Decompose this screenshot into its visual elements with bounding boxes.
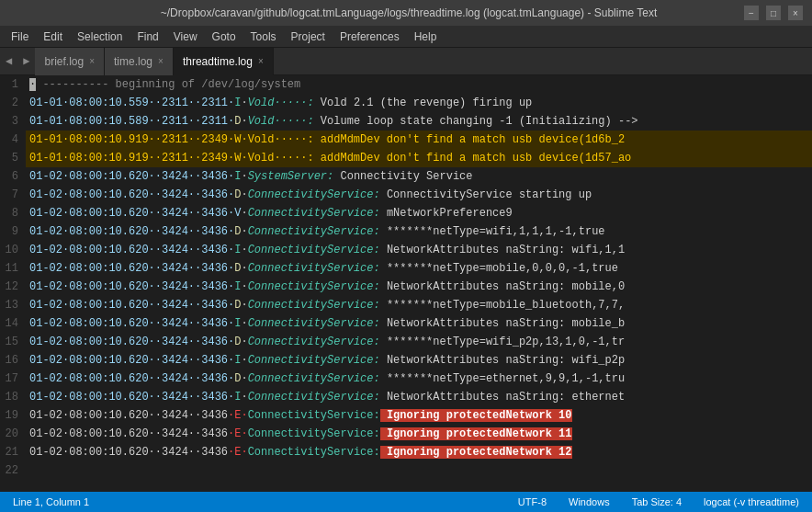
menu-item-edit[interactable]: Edit bbox=[36, 28, 70, 45]
table-row: 701-02·08:00:10.620··3424··3436·D·Connec… bbox=[0, 186, 812, 204]
table-row: 1301-02·08:00:10.620··3424··3436·D·Conne… bbox=[0, 296, 812, 314]
line-number: 3 bbox=[0, 112, 26, 131]
menu-item-goto[interactable]: Goto bbox=[205, 28, 243, 45]
table-row: 201-01·08:00:10.559··2311··2311·I·Vold··… bbox=[0, 94, 812, 112]
table-row: 801-02·08:00:10.620··3424··3436·V·Connec… bbox=[0, 204, 812, 222]
table-row: 501-01·08:00:10.919··2311··2349·W·Vold··… bbox=[0, 149, 812, 167]
table-row: 1801-02·08:00:10.620··3424··3436·I·Conne… bbox=[0, 388, 812, 406]
tab-label: time.log bbox=[114, 55, 152, 68]
tab-close-icon[interactable]: × bbox=[258, 56, 264, 66]
maximize-button[interactable]: □ bbox=[766, 6, 781, 20]
line-content[interactable]: 01-02·08:00:10.620··3424··3436·E·Connect… bbox=[26, 425, 812, 443]
line-number: 20 bbox=[0, 425, 26, 443]
line-content[interactable]: 01-02·08:00:10.620··3424··3436·D·Connect… bbox=[26, 333, 812, 351]
line-content[interactable]: 01-02·08:00:10.620··3424··3436·D·Connect… bbox=[26, 370, 812, 388]
table-row: 901-02·08:00:10.620··3424··3436·D·Connec… bbox=[0, 222, 812, 241]
line-content[interactable]: 01-01·08:00:10.919··2311··2349·W·Vold···… bbox=[26, 149, 812, 167]
tab-right-arrow[interactable]: ▶ bbox=[17, 54, 35, 68]
line-ending[interactable]: Windows bbox=[565, 496, 614, 507]
line-content[interactable]: 01-02·08:00:10.620··3424··3436·I·SystemS… bbox=[26, 167, 812, 186]
table-row: 1· ---------- beginning of /dev/log/syst… bbox=[0, 75, 812, 94]
line-content[interactable]: 01-02·08:00:10.620··3424··3436·E·Connect… bbox=[26, 443, 812, 461]
close-button[interactable]: × bbox=[788, 6, 803, 20]
code-table: 1· ---------- beginning of /dev/log/syst… bbox=[0, 75, 812, 480]
tab-close-icon[interactable]: × bbox=[158, 56, 164, 66]
table-row: 1101-02·08:00:10.620··3424··3436·D·Conne… bbox=[0, 259, 812, 278]
line-number: 9 bbox=[0, 222, 26, 241]
line-content[interactable]: 01-02·08:00:10.620··3424··3436·D·Connect… bbox=[26, 259, 812, 278]
status-left: Line 1, Column 1 bbox=[9, 496, 93, 507]
tab-threadtime-log[interactable]: threadtime.log× bbox=[174, 48, 274, 75]
line-content[interactable]: 01-02·08:00:10.620··3424··3436·I·Connect… bbox=[26, 278, 812, 296]
syntax[interactable]: logcat (-v threadtime) bbox=[700, 496, 803, 507]
menu-bar: FileEditSelectionFindViewGotoToolsProjec… bbox=[0, 26, 812, 48]
title-bar: ~/Dropbox/caravan/github/logcat.tmLangua… bbox=[0, 0, 812, 26]
tab-time-log[interactable]: time.log× bbox=[105, 48, 174, 75]
line-number: 8 bbox=[0, 204, 26, 222]
tab-close-icon[interactable]: × bbox=[89, 56, 95, 66]
table-row: 1601-02·08:00:10.620··3424··3436·I·Conne… bbox=[0, 351, 812, 370]
menu-item-project[interactable]: Project bbox=[284, 28, 333, 45]
line-number: 6 bbox=[0, 167, 26, 186]
table-row: 601-02·08:00:10.620··3424··3436·I·System… bbox=[0, 167, 812, 186]
line-content[interactable]: 01-02·08:00:10.620··3424··3436·D·Connect… bbox=[26, 296, 812, 314]
line-number: 17 bbox=[0, 370, 26, 388]
line-content[interactable] bbox=[26, 461, 812, 480]
line-content[interactable]: 01-01·08:00:10.919··2311··2349·W·Vold···… bbox=[26, 131, 812, 149]
line-number: 5 bbox=[0, 149, 26, 167]
title-text: ~/Dropbox/caravan/github/logcat.tmLangua… bbox=[161, 6, 657, 19]
line-content[interactable]: · ---------- beginning of /dev/log/syste… bbox=[26, 75, 812, 94]
table-row: 1201-02·08:00:10.620··3424··3436·I·Conne… bbox=[0, 278, 812, 296]
line-number: 19 bbox=[0, 406, 26, 425]
tab-brief-log[interactable]: brief.log× bbox=[35, 48, 105, 75]
encoding[interactable]: UTF-8 bbox=[514, 496, 550, 507]
line-content[interactable]: 01-02·08:00:10.620··3424··3436·D·Connect… bbox=[26, 222, 812, 241]
menu-item-view[interactable]: View bbox=[166, 28, 205, 45]
tab-size[interactable]: Tab Size: 4 bbox=[628, 496, 685, 507]
line-content[interactable]: 01-02·08:00:10.620··3424··3436·V·Connect… bbox=[26, 204, 812, 222]
line-number: 10 bbox=[0, 241, 26, 259]
status-bar: Line 1, Column 1 UTF-8 Windows Tab Size:… bbox=[0, 492, 812, 512]
menu-item-find[interactable]: Find bbox=[130, 28, 165, 45]
table-row: 2001-02·08:00:10.620··3424··3436·E·Conne… bbox=[0, 425, 812, 443]
table-row: 1901-02·08:00:10.620··3424··3436·E·Conne… bbox=[0, 406, 812, 425]
editor: 1· ---------- beginning of /dev/log/syst… bbox=[0, 75, 812, 492]
tab-bar: ◀ ▶ brief.log×time.log×threadtime.log× bbox=[0, 48, 812, 75]
line-number: 2 bbox=[0, 94, 26, 112]
line-number: 13 bbox=[0, 296, 26, 314]
status-right: UTF-8 Windows Tab Size: 4 logcat (-v thr… bbox=[514, 496, 803, 507]
menu-item-preferences[interactable]: Preferences bbox=[333, 28, 407, 45]
tab-label: brief.log bbox=[44, 55, 84, 68]
title-bar-controls[interactable]: − □ × bbox=[744, 6, 812, 20]
line-content[interactable]: 01-01·08:00:10.559··2311··2311·I·Vold···… bbox=[26, 94, 812, 112]
line-content[interactable]: 01-02·08:00:10.620··3424··3436·I·Connect… bbox=[26, 388, 812, 406]
line-number: 1 bbox=[0, 75, 26, 94]
line-content[interactable]: 01-02·08:00:10.620··3424··3436·E·Connect… bbox=[26, 406, 812, 425]
minimize-button[interactable]: − bbox=[744, 6, 759, 20]
lines-container: 1· ---------- beginning of /dev/log/syst… bbox=[0, 75, 812, 492]
line-number: 22 bbox=[0, 461, 26, 480]
menu-item-help[interactable]: Help bbox=[407, 28, 445, 45]
line-number: 12 bbox=[0, 278, 26, 296]
table-row: 22 bbox=[0, 461, 812, 480]
tab-left-arrow[interactable]: ◀ bbox=[0, 54, 17, 68]
line-number: 14 bbox=[0, 314, 26, 333]
line-content[interactable]: 01-02·08:00:10.620··3424··3436·I·Connect… bbox=[26, 241, 812, 259]
tab-label: threadtime.log bbox=[183, 55, 253, 68]
table-row: 401-01·08:00:10.919··2311··2349·W·Vold··… bbox=[0, 131, 812, 149]
line-content[interactable]: 01-02·08:00:10.620··3424··3436·I·Connect… bbox=[26, 351, 812, 370]
line-content[interactable]: 01-02·08:00:10.620··3424··3436·I·Connect… bbox=[26, 314, 812, 333]
menu-item-selection[interactable]: Selection bbox=[70, 28, 130, 45]
cursor-position: Line 1, Column 1 bbox=[9, 496, 93, 507]
menu-item-tools[interactable]: Tools bbox=[243, 28, 284, 45]
line-number: 4 bbox=[0, 131, 26, 149]
table-row: 1701-02·08:00:10.620··3424··3436·D·Conne… bbox=[0, 370, 812, 388]
line-content[interactable]: 01-02·08:00:10.620··3424··3436·D·Connect… bbox=[26, 186, 812, 204]
line-number: 21 bbox=[0, 443, 26, 461]
menu-item-file[interactable]: File bbox=[4, 28, 36, 45]
line-number: 16 bbox=[0, 351, 26, 370]
line-content[interactable]: 01-01·08:00:10.589··2311··2311·D·Vold···… bbox=[26, 112, 812, 131]
line-number: 18 bbox=[0, 388, 26, 406]
table-row: 2101-02·08:00:10.620··3424··3436·E·Conne… bbox=[0, 443, 812, 461]
table-row: 301-01·08:00:10.589··2311··2311·D·Vold··… bbox=[0, 112, 812, 131]
